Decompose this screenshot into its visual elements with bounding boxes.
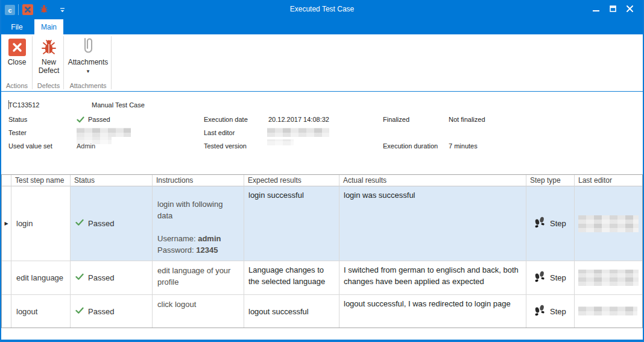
window-title: Executed Test Case bbox=[0, 5, 644, 13]
finalized-label: Finalized bbox=[383, 116, 409, 123]
footprints-icon bbox=[534, 270, 546, 285]
status-value: Passed bbox=[77, 116, 110, 124]
cell-status[interactable]: Passed bbox=[71, 295, 153, 328]
check-icon bbox=[77, 116, 84, 124]
title-bar: c Executed Test Case bbox=[0, 0, 644, 19]
cell-instructions[interactable]: edit language of your profile bbox=[153, 261, 244, 295]
window-border-left bbox=[0, 0, 1, 342]
table-header-row: Test step name Status Instructions Expec… bbox=[2, 175, 642, 186]
column-header-status[interactable]: Status bbox=[71, 175, 153, 186]
attachments-button[interactable]: Attachments ▾ bbox=[66, 36, 110, 74]
ribbon-group-label-attachments: Attachments bbox=[65, 82, 112, 89]
ribbon-group-defects: New Defect Defects bbox=[33, 34, 64, 91]
footprints-icon bbox=[534, 216, 546, 231]
cell-last-editor[interactable] bbox=[575, 295, 642, 328]
cell-instructions[interactable]: login with following data Username: admi… bbox=[153, 186, 244, 261]
last-editor-label: Last editor bbox=[204, 129, 235, 136]
column-header-actual-results[interactable]: Actual results bbox=[339, 175, 526, 186]
minimize-button[interactable] bbox=[587, 0, 604, 18]
tab-main[interactable]: Main bbox=[34, 19, 63, 34]
finalized-value: Not finalized bbox=[449, 116, 485, 123]
cell-status[interactable]: Passed bbox=[71, 186, 153, 261]
maximize-icon bbox=[610, 4, 616, 14]
executed-test-case-window: c Executed Test Case bbox=[0, 0, 644, 342]
close-x-icon bbox=[8, 39, 26, 56]
cell-actual-results[interactable]: I switched from german to englisch and b… bbox=[339, 261, 526, 295]
cell-test-step-name[interactable]: logout bbox=[11, 295, 71, 328]
cell-step-type[interactable]: Step bbox=[526, 295, 575, 328]
execution-duration-label: Execution duration bbox=[383, 142, 438, 150]
attachments-dropdown-icon: ▾ bbox=[87, 68, 90, 74]
column-header-instructions[interactable]: Instructions bbox=[153, 175, 244, 186]
window-close-button[interactable] bbox=[621, 0, 638, 18]
header-row-indicator bbox=[2, 175, 11, 186]
cell-test-step-name[interactable]: login bbox=[11, 186, 71, 261]
cell-test-step-name[interactable]: edit language bbox=[11, 261, 71, 295]
cell-expected-results[interactable]: Language changes to the selected languag… bbox=[244, 261, 339, 295]
test-case-id-field[interactable]: TC133512 bbox=[8, 101, 39, 109]
tab-file[interactable]: File bbox=[4, 19, 30, 34]
column-header-step-type[interactable]: Step type bbox=[526, 175, 575, 186]
cell-actual-results[interactable]: login was successful bbox=[339, 186, 526, 261]
ribbon-group-label-defects: Defects bbox=[33, 82, 64, 89]
cell-status[interactable]: Passed bbox=[71, 261, 153, 295]
row-selector[interactable] bbox=[2, 295, 11, 328]
test-steps-table: Test step name Status Instructions Expec… bbox=[1, 174, 643, 328]
column-header-last-editor[interactable]: Last editor bbox=[575, 175, 642, 186]
minimize-icon bbox=[593, 4, 599, 14]
check-icon bbox=[75, 273, 84, 282]
attachments-button-label: Attachments bbox=[68, 58, 109, 66]
cell-last-editor[interactable] bbox=[575, 261, 642, 295]
execution-date-value: 20.12.2017 14:08:32 bbox=[268, 116, 329, 123]
table-row: edit language Passed edit language of yo… bbox=[2, 261, 642, 295]
ribbon-group-separator bbox=[63, 36, 64, 89]
cell-instructions[interactable]: click logout bbox=[153, 295, 244, 328]
ribbon-group-separator bbox=[111, 36, 112, 89]
last-editor-value-redacted bbox=[267, 128, 329, 137]
close-button[interactable]: Close bbox=[2, 36, 31, 66]
ribbon-group-actions: Close Actions bbox=[1, 34, 33, 91]
last-editor-redacted bbox=[578, 270, 639, 286]
tested-version-value-redacted bbox=[267, 139, 294, 145]
bug-icon bbox=[41, 38, 57, 57]
cell-step-type[interactable]: Step bbox=[526, 261, 575, 295]
cell-expected-results[interactable]: login successful bbox=[244, 186, 339, 261]
cell-last-editor[interactable] bbox=[575, 186, 642, 261]
table-row: ▶ login Passed login with following data… bbox=[2, 186, 642, 261]
ribbon: Close Actions bbox=[1, 34, 643, 92]
close-button-label: Close bbox=[8, 58, 27, 66]
cell-expected-results[interactable]: logout successful bbox=[244, 295, 339, 328]
ribbon-group-label-actions: Actions bbox=[1, 82, 33, 89]
test-case-type-label: Manual Test Case bbox=[92, 101, 145, 109]
close-x-icon bbox=[627, 4, 633, 14]
cell-step-type[interactable]: Step bbox=[526, 186, 575, 261]
maximize-button[interactable] bbox=[604, 0, 621, 18]
new-defect-button-label: New Defect bbox=[35, 58, 63, 75]
test-case-details: TC133512 Manual Test Case Status Passed … bbox=[1, 92, 643, 174]
tester-value-redacted bbox=[77, 128, 131, 137]
new-defect-button[interactable]: New Defect bbox=[35, 36, 63, 75]
row-selector[interactable]: ▶ bbox=[2, 186, 11, 261]
ribbon-group-attachments: Attachments ▾ Attachments bbox=[65, 34, 112, 91]
column-header-expected-results[interactable]: Expected results bbox=[244, 175, 339, 186]
check-icon bbox=[75, 219, 84, 228]
used-value-set-label: Used value set bbox=[8, 142, 52, 150]
tester-label: Tester bbox=[8, 129, 27, 136]
cell-actual-results[interactable]: logout successful, I was redirected to l… bbox=[339, 295, 526, 328]
paperclip-icon bbox=[81, 37, 95, 58]
row-selector[interactable] bbox=[2, 261, 11, 295]
footprints-icon bbox=[534, 304, 546, 319]
tested-version-label: Tested version bbox=[204, 142, 247, 150]
window-border-bottom bbox=[0, 340, 644, 342]
column-header-test-step-name[interactable]: Test step name bbox=[11, 175, 71, 186]
ribbon-tab-row: File Main bbox=[0, 19, 644, 34]
last-editor-redacted bbox=[578, 215, 639, 232]
execution-date-label: Execution date bbox=[204, 116, 248, 123]
ribbon-group-separator bbox=[32, 36, 33, 89]
execution-duration-value: 7 minutes bbox=[449, 142, 478, 150]
used-value-set-redaction-overlay bbox=[77, 137, 112, 144]
check-icon bbox=[75, 307, 84, 316]
table-row: logout Passed click logout logout succes… bbox=[2, 295, 642, 328]
status-label: Status bbox=[8, 116, 27, 123]
last-editor-redacted bbox=[578, 306, 637, 315]
